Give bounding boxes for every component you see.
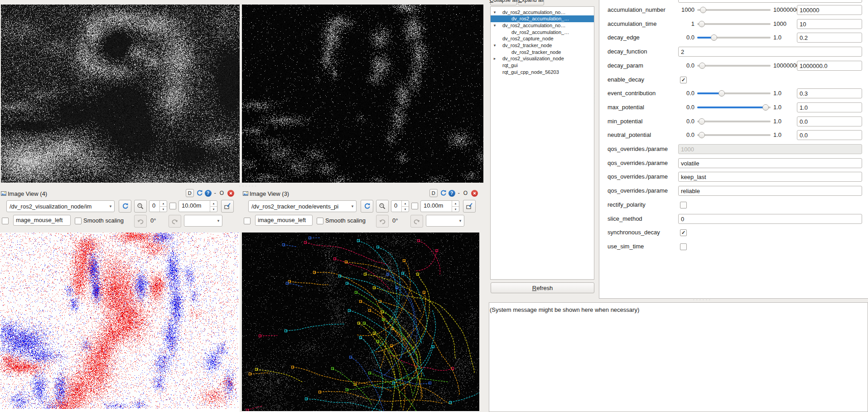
- dynamic-range-checkbox[interactable]: [411, 203, 418, 209]
- param-slider[interactable]: [697, 9, 771, 11]
- save-image-button[interactable]: [463, 200, 476, 213]
- tree-node-item[interactable]: dv_ros2_accumulation_…: [491, 29, 594, 35]
- slider-handle[interactable]: [700, 7, 706, 13]
- publish-mouse-checkbox[interactable]: [2, 218, 9, 224]
- help-button[interactable]: ?: [205, 190, 212, 197]
- param-value-input[interactable]: 0.0: [797, 130, 862, 140]
- dynamic-range-checkbox[interactable]: [169, 203, 176, 209]
- param-value-input[interactable]: 1.0: [797, 102, 862, 112]
- spin-down-icon[interactable]: ▾: [402, 207, 409, 212]
- param-checkbox[interactable]: ✓: [680, 229, 687, 236]
- slider-handle[interactable]: [699, 132, 705, 138]
- tree-node-item[interactable]: rqt_gui: [491, 62, 594, 69]
- close-button[interactable]: [471, 190, 478, 197]
- tree-node-item[interactable]: dv_ros2_accumulation_…: [491, 15, 594, 22]
- slider-handle[interactable]: [762, 104, 769, 111]
- reload-plugin-button[interactable]: [439, 189, 447, 197]
- event-polarity-image-display[interactable]: [0, 233, 238, 409]
- clipped-param-input[interactable]: [678, 0, 862, 3]
- dock-button[interactable]: D: [429, 189, 438, 197]
- param-slider[interactable]: [697, 65, 771, 67]
- slider-handle[interactable]: [699, 21, 705, 27]
- splitter-handle-top-toolbars[interactable]: . . . . . .: [239, 184, 257, 186]
- refresh-button[interactable]: Refresh: [491, 282, 594, 293]
- refresh-topics-button[interactable]: [119, 200, 131, 213]
- tree-node-item[interactable]: ▾dv_ros2_accumulation_no…: [491, 9, 594, 15]
- expander-down-icon[interactable]: ▾: [492, 23, 497, 28]
- param-value-input[interactable]: 0.0: [797, 116, 862, 126]
- param-slider[interactable]: [697, 92, 771, 94]
- refresh-topics-button[interactable]: [361, 200, 373, 213]
- param-text-input[interactable]: 2: [678, 47, 862, 57]
- spin-down-icon[interactable]: ▾: [210, 207, 217, 212]
- minimize-button[interactable]: -: [457, 190, 461, 196]
- spin-arrows[interactable]: ▴▾: [401, 201, 409, 212]
- expander-down-icon[interactable]: ▾: [492, 10, 497, 15]
- param-text-input[interactable]: 0: [678, 214, 862, 224]
- max-range-spinbox[interactable]: 10.00m▴▾: [178, 200, 217, 212]
- reload-plugin-button[interactable]: [196, 189, 203, 197]
- splitter-handle-bottom-images[interactable]: . . . .: [238, 295, 240, 306]
- slider-handle[interactable]: [699, 118, 705, 125]
- rotate-left-button[interactable]: [376, 215, 389, 228]
- tree-node-item[interactable]: ▾dv_ros2_accumulation_no…: [491, 22, 594, 29]
- rotate-right-button[interactable]: [169, 215, 181, 228]
- spin-arrows[interactable]: ▴▾: [452, 201, 459, 212]
- slider-handle[interactable]: [699, 63, 705, 69]
- minimize-button[interactable]: -: [213, 190, 217, 196]
- param-slider[interactable]: [697, 107, 771, 108]
- spin-up-icon[interactable]: ▴: [452, 201, 459, 207]
- spin-up-icon[interactable]: ▴: [160, 201, 167, 207]
- color-scheme-combo[interactable]: ▾: [426, 215, 464, 227]
- param-slider[interactable]: [697, 37, 771, 39]
- splitter-handle-right-columns[interactable]: . . . .: [594, 93, 596, 104]
- close-button[interactable]: [227, 190, 234, 197]
- rotate-right-button[interactable]: [410, 215, 423, 228]
- tree-node-item[interactable]: ▾dv_ros2_tracker_node: [491, 42, 594, 49]
- param-checkbox[interactable]: [680, 243, 687, 250]
- mouse-topic-input[interactable]: image_mouse_left: [255, 215, 313, 226]
- param-slider[interactable]: [697, 134, 771, 136]
- param-slider[interactable]: [697, 23, 771, 25]
- event-image-display-top-mid[interactable]: [242, 5, 483, 183]
- zoom-one-to-one-button[interactable]: [376, 200, 389, 213]
- spin-up-icon[interactable]: ▴: [402, 201, 409, 207]
- param-slider[interactable]: [697, 121, 771, 122]
- topic-combo[interactable]: /dv_ros2_visualization_node/im▾: [6, 200, 115, 212]
- undock-button[interactable]: O: [463, 190, 468, 196]
- spin-up-icon[interactable]: ▴: [210, 201, 217, 207]
- smooth-scaling-checkbox[interactable]: [75, 218, 82, 224]
- slider-handle[interactable]: [719, 90, 725, 97]
- dock-button[interactable]: D: [186, 189, 194, 197]
- param-value-input[interactable]: 10: [797, 19, 862, 29]
- expand-all-button[interactable]: Expand all: [518, 0, 544, 5]
- zoom-one-to-one-button[interactable]: [134, 200, 147, 213]
- spin-arrows[interactable]: ▴▾: [159, 201, 167, 212]
- tree-node-item[interactable]: rqt_gui_cpp_node_56203: [491, 68, 594, 75]
- save-image-button[interactable]: [221, 200, 234, 213]
- topic-combo[interactable]: /dv_ros2_tracker_node/events_pi▾: [248, 200, 357, 212]
- help-button[interactable]: ?: [448, 190, 455, 197]
- undock-button[interactable]: O: [219, 190, 225, 196]
- smooth-scaling-checkbox[interactable]: [317, 218, 323, 224]
- zoom-spinbox[interactable]: 0▴▾: [149, 200, 167, 212]
- spin-down-icon[interactable]: ▾: [160, 207, 167, 212]
- param-checkbox[interactable]: [680, 202, 687, 208]
- expander-down-icon[interactable]: ▾: [492, 43, 497, 48]
- spin-arrows[interactable]: ▴▾: [210, 201, 217, 212]
- param-text-input[interactable]: keep_last: [678, 172, 862, 182]
- slider-handle[interactable]: [711, 34, 717, 41]
- max-range-spinbox[interactable]: 10.00m▴▾: [420, 200, 459, 212]
- param-text-input[interactable]: volatile: [678, 158, 862, 168]
- color-scheme-combo[interactable]: ▾: [184, 215, 222, 227]
- expander-right-icon[interactable]: ▸: [492, 56, 497, 61]
- rotate-left-button[interactable]: [134, 215, 147, 228]
- param-text-input[interactable]: reliable: [678, 186, 862, 196]
- tree-node-item[interactable]: dv_ros2_capture_node: [491, 35, 594, 42]
- tracker-events-image-display[interactable]: [242, 233, 479, 411]
- zoom-spinbox[interactable]: 0▴▾: [391, 200, 409, 212]
- param-value-input[interactable]: 1000000.0: [797, 61, 862, 71]
- spin-down-icon[interactable]: ▾: [452, 207, 459, 212]
- publish-mouse-checkbox[interactable]: [244, 218, 251, 224]
- splitter-handle-top-images[interactable]: . . . .: [240, 67, 242, 78]
